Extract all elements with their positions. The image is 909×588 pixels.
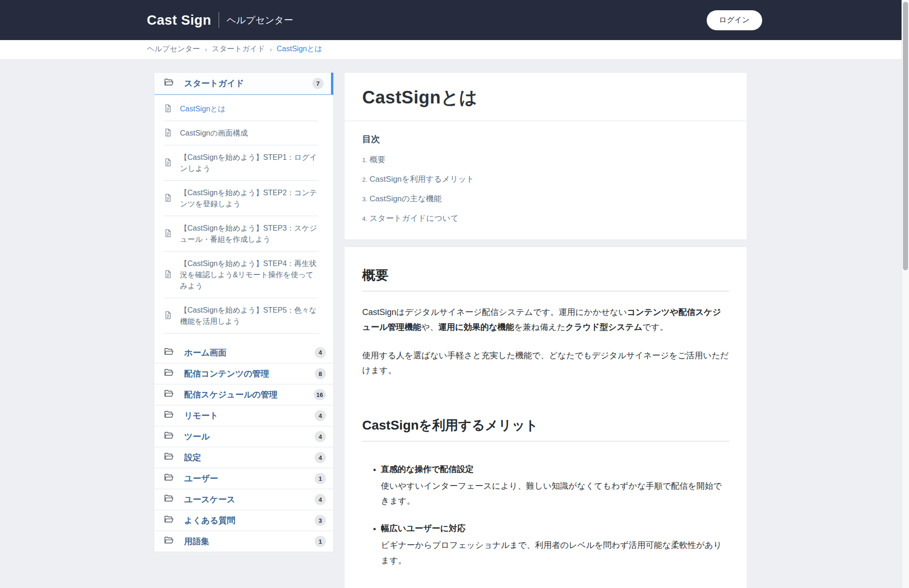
folder-icon: [164, 514, 174, 526]
article-link-label: 【CastSignを始めよう】STEP5：色々な機能を活用しよう: [180, 305, 318, 327]
document-icon: [164, 193, 172, 204]
sidebar-section-start-guide[interactable]: スタートガイド 7: [154, 73, 333, 95]
toc-number: 3.: [362, 196, 367, 203]
sidebar-category-settings[interactable]: 設定 4: [154, 447, 333, 468]
category-count-badge: 4: [315, 347, 326, 358]
toc-label: CastSignを利用するメリット: [370, 174, 475, 185]
toc-number: 1.: [362, 157, 367, 164]
merit-item: 幅広いユーザーに対応 ビギナーからプロフェッショナルまで、利用者のレベルを問わず…: [381, 522, 729, 568]
breadcrumb-separator: ›: [205, 45, 207, 53]
sidebar-category-home-screen[interactable]: ホーム画面 4: [154, 342, 333, 363]
article-body-card: 概要 CastSignはデジタルサイネージ配信システムです。運用にかかせないコン…: [344, 246, 747, 588]
article-link-label: 【CastSignを始めよう】STEP1：ログインしよう: [180, 152, 318, 174]
document-icon: [164, 128, 172, 139]
document-icon: [164, 311, 172, 321]
section-heading-merits: CastSignを利用するメリット: [362, 417, 729, 442]
breadcrumb-start-guide[interactable]: スタートガイド: [212, 44, 265, 54]
category-label: リモート: [184, 410, 218, 421]
page-scrollbar-thumb[interactable]: [903, 2, 908, 270]
article-link-label: CastSignの画面構成: [180, 128, 248, 139]
overview-paragraph-2: 使用する人を選ばない手軽さと充実した機能で、どなたでもデジタルサイネージをご活用…: [362, 348, 729, 378]
folder-icon: [164, 451, 174, 464]
app-header: Cast Sign ヘルプセンター ログイン: [0, 0, 909, 40]
sidebar-article-step3[interactable]: 【CastSignを始めよう】STEP3：スケジュール・番組を作成しよう: [164, 216, 318, 252]
category-label: 設定: [184, 452, 201, 463]
breadcrumb-help-center[interactable]: ヘルプセンター: [147, 44, 200, 54]
sidebar-category-remote[interactable]: リモート 4: [154, 405, 333, 426]
merit-item: 直感的な操作で配信設定 使いやすいインターフェースにより、難しい知識がなくてもわ…: [381, 463, 729, 509]
sidebar-article-step5[interactable]: 【CastSignを始めよう】STEP5：色々な機能を活用しよう: [164, 298, 318, 334]
sidebar-article-step1[interactable]: 【CastSignを始めよう】STEP1：ログインしよう: [164, 145, 318, 181]
merit-description: 使いやすいインターフェースにより、難しい知識がなくてもわずかな手順で配信を開始で…: [381, 479, 729, 509]
category-label: 用語集: [184, 536, 209, 547]
category-count-badge: 3: [315, 515, 326, 526]
toc-number: 4.: [362, 215, 367, 222]
breadcrumb-separator: ›: [270, 45, 272, 53]
category-label: 配信スケジュールの管理: [184, 389, 278, 400]
category-count-badge: 8: [315, 368, 326, 379]
article-main: CastSignとは 目次 1. 概要 2. CastSignを利用するメリット: [344, 72, 747, 588]
folder-icon: [164, 368, 174, 380]
category-label: ユースケース: [184, 494, 235, 505]
article-link-label: CastSignとは: [180, 103, 226, 115]
sidebar-category-faq[interactable]: よくある質問 3: [154, 510, 333, 531]
folder-icon: [164, 431, 174, 443]
section-label: スタートガイド: [184, 78, 244, 89]
merit-title: 直感的な操作で配信設定: [381, 463, 729, 476]
category-count-badge: 4: [315, 452, 326, 463]
page-scrollbar-track[interactable]: [902, 0, 909, 588]
article-header-card: CastSignとは 目次 1. 概要 2. CastSignを利用するメリット: [344, 72, 747, 240]
toc-number: 2.: [362, 176, 367, 183]
document-icon: [164, 229, 172, 239]
category-label: よくある質問: [184, 515, 235, 526]
sidebar-category-tools[interactable]: ツール 4: [154, 426, 333, 447]
category-label: 配信コンテンツの管理: [184, 368, 269, 379]
brand-subtitle: ヘルプセンター: [227, 14, 293, 27]
sidebar-article-step4[interactable]: 【CastSignを始めよう】STEP4：再生状況を確認しよう&リモート操作を使…: [164, 252, 318, 298]
sidebar-category-users[interactable]: ユーザー 1: [154, 468, 333, 489]
category-count-badge: 4: [315, 410, 326, 421]
toc-link-merits[interactable]: 2. CastSignを利用するメリット: [362, 174, 729, 185]
toc-heading: 目次: [362, 133, 729, 145]
category-count-badge: 1: [315, 473, 326, 484]
folder-icon: [164, 472, 174, 485]
toc-link-features[interactable]: 3. CastSignの主な機能: [362, 193, 729, 204]
table-of-contents: 目次 1. 概要 2. CastSignを利用するメリット 3. CastSig: [344, 121, 747, 239]
category-label: ユーザー: [184, 473, 218, 484]
login-button[interactable]: ログイン: [707, 10, 763, 30]
folder-icon: [164, 535, 174, 547]
merit-title: 幅広いユーザーに対応: [381, 522, 729, 535]
folder-icon: [164, 347, 174, 359]
brand-logo: Cast Sign: [147, 13, 211, 28]
category-label: ツール: [184, 431, 210, 442]
sidebar-category-content-management[interactable]: 配信コンテンツの管理 8: [154, 363, 333, 384]
sidebar-category-glossary[interactable]: 用語集 1: [154, 531, 333, 552]
category-count-badge: 4: [315, 494, 326, 505]
category-count-badge: 1: [315, 536, 326, 547]
sidebar-category-schedule-management[interactable]: 配信スケジュールの管理 16: [154, 384, 333, 405]
toc-label: CastSignの主な機能: [370, 193, 442, 204]
article-list: CastSignとは CastSignの画面構成: [154, 95, 333, 334]
toc-link-overview[interactable]: 1. 概要: [362, 154, 729, 165]
sidebar-category-use-cases[interactable]: ユースケース 4: [154, 489, 333, 510]
category-sidebar: スタートガイド 7 CastSignとは: [154, 72, 334, 552]
folder-icon: [164, 389, 174, 401]
document-icon: [164, 104, 172, 115]
article-link-label: 【CastSignを始めよう】STEP3：スケジュール・番組を作成しよう: [180, 223, 318, 245]
folder-icon: [164, 410, 174, 422]
breadcrumb: ヘルプセンター › スタートガイド › CastSignとは: [0, 40, 909, 60]
page-title: CastSignとは: [362, 86, 729, 109]
category-count-badge: 16: [314, 389, 326, 400]
document-icon: [164, 158, 172, 169]
sidebar-article-screen-layout[interactable]: CastSignの画面構成: [164, 121, 318, 145]
toc-link-about-start-guide[interactable]: 4. スタートガイドについて: [362, 213, 729, 224]
sidebar-article-castsign-toha[interactable]: CastSignとは: [164, 97, 318, 121]
section-count-badge: 7: [312, 78, 324, 89]
article-link-label: 【CastSignを始めよう】STEP2：コンテンツを登録しよう: [180, 187, 318, 210]
breadcrumb-current-page: CastSignとは: [277, 44, 323, 54]
toc-label: スタートガイドについて: [370, 213, 459, 224]
sidebar-article-step2[interactable]: 【CastSignを始めよう】STEP2：コンテンツを登録しよう: [164, 181, 318, 216]
section-heading-overview: 概要: [362, 267, 729, 292]
merit-description: ビギナーからプロフェッショナルまで、利用者のレベルを問わず活用可能な柔軟性があり…: [381, 538, 729, 568]
overview-paragraph-1: CastSignはデジタルサイネージ配信システムです。運用にかかせないコンテンツ…: [362, 305, 729, 335]
